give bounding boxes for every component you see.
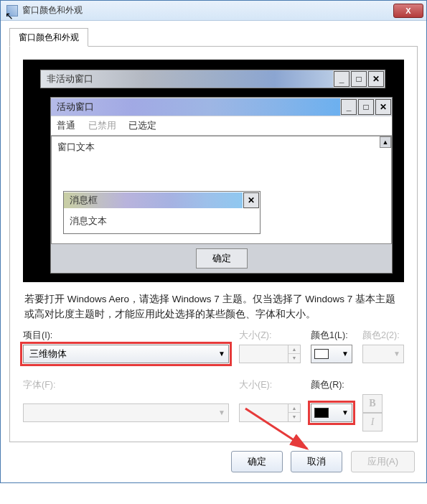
- window-text: 窗口文本: [52, 136, 391, 158]
- item-dropdown[interactable]: 三维物体 ▼: [23, 345, 229, 363]
- cancel-button[interactable]: 取消: [291, 451, 342, 472]
- size2-input: [239, 403, 288, 422]
- chevron-down-icon: ▼: [218, 350, 225, 358]
- inactive-titlebar: 非活动窗口 _ □ ✕: [40, 70, 385, 88]
- colorR-swatch: [314, 408, 329, 418]
- spin-down-icon: ▼: [288, 413, 300, 421]
- preview-area: 非活动窗口 _ □ ✕ 活动窗口 _ □ ✕: [23, 60, 404, 282]
- chevron-down-icon: ▼: [342, 409, 349, 416]
- tab-appearance[interactable]: 窗口颜色和外观: [9, 28, 88, 47]
- menu-bar: 普通 已禁用 已选定: [51, 116, 392, 136]
- notice-text: 若要打开 Windows Aero，请选择 Windows 7 主题。仅当选择了…: [24, 292, 403, 322]
- close-icon: ✕: [368, 71, 384, 87]
- maximize-icon: □: [351, 71, 367, 87]
- titlebar: ↖ 窗口颜色和外观 X: [1, 1, 426, 21]
- msgbox-titlebar: 消息框 ✕: [64, 192, 260, 209]
- format-buttons: B I: [362, 394, 404, 431]
- menu-selected: 已选定: [128, 120, 156, 131]
- dialog-window: ↖ 窗口颜色和外观 X 窗口颜色和外观 非活动窗口 _ □ ✕: [0, 0, 427, 483]
- menu-normal: 普通: [57, 120, 75, 131]
- color1-button[interactable]: ▼: [311, 345, 352, 363]
- chevron-down-icon: ▼: [342, 350, 349, 358]
- inactive-window-preview: 非活动窗口 _ □ ✕: [40, 70, 385, 88]
- italic-button: I: [362, 413, 383, 431]
- label-color1: 颜色1(L):: [311, 330, 352, 342]
- item-value: 三维物体: [29, 347, 67, 360]
- font-dropdown: ▼: [23, 403, 229, 422]
- label-colorR: 颜色(R):: [311, 379, 352, 391]
- active-window-preview: 活动窗口 _ □ ✕ 普通 已禁用 已选定 窗口文本 ▲: [50, 97, 393, 274]
- chevron-down-icon: ▼: [218, 409, 225, 416]
- minimize-icon: _: [341, 99, 357, 115]
- label-font: 字体(F):: [23, 379, 229, 391]
- app-icon: [6, 5, 18, 17]
- dialog-buttons: 确定 取消 应用(A): [9, 451, 418, 472]
- ok-button-preview: 确定: [196, 248, 248, 269]
- spin-up-icon: ▲: [288, 404, 300, 414]
- menu-disabled: 已禁用: [88, 120, 116, 131]
- text-area: 窗口文本 ▲ 消息框 ✕ 消息文本: [51, 136, 392, 244]
- apply-button: 应用(A): [351, 451, 415, 472]
- spin-up-icon: ▲: [288, 345, 300, 355]
- tab-pane: 非活动窗口 _ □ ✕ 活动窗口 _ □ ✕: [9, 47, 418, 442]
- active-titlebar: 活动窗口 _ □ ✕: [51, 98, 392, 116]
- content-area: 窗口颜色和外观 非活动窗口 _ □ ✕ 活动窗口: [1, 21, 426, 482]
- size-input: [239, 345, 288, 363]
- msgbox-body: 消息文本: [64, 209, 260, 233]
- spin-down-icon: ▼: [288, 354, 300, 363]
- label-size: 大小(Z):: [239, 330, 301, 342]
- bold-button: B: [362, 394, 383, 413]
- color2-button: ▼: [362, 345, 404, 363]
- size2-spin-buttons: ▲▼: [288, 403, 301, 422]
- colorR-button[interactable]: ▼: [311, 403, 352, 422]
- window-close-button[interactable]: X: [393, 4, 423, 18]
- msgbox-title: 消息框: [64, 192, 243, 208]
- size-spin-buttons: ▲▼: [288, 345, 301, 363]
- size-spinner: ▲▼: [239, 345, 301, 363]
- active-title-text: 活动窗口: [51, 98, 340, 116]
- chevron-down-icon: ▼: [393, 350, 400, 358]
- label-size2: 大小(E):: [239, 379, 301, 391]
- tab-row: 窗口颜色和外观: [9, 28, 418, 47]
- close-icon: ✕: [243, 192, 259, 208]
- maximize-icon: □: [358, 99, 374, 115]
- message-box-preview: 消息框 ✕ 消息文本: [63, 191, 261, 234]
- inactive-controls: _ □ ✕: [333, 70, 385, 88]
- minimize-icon: _: [334, 71, 349, 87]
- active-controls: _ □ ✕: [340, 98, 392, 116]
- label-item: 项目(I):: [23, 330, 229, 342]
- ok-button[interactable]: 确定: [231, 451, 283, 472]
- button-bar: 确定: [51, 244, 392, 273]
- color1-swatch: [314, 349, 329, 359]
- close-icon: ✕: [375, 99, 391, 115]
- window-title: 窗口颜色和外观: [22, 4, 393, 17]
- size2-spinner: ▲▼: [239, 403, 301, 422]
- scroll-up-icon: ▲: [380, 136, 391, 148]
- inactive-title-text: 非活动窗口: [41, 70, 333, 88]
- controls-grid: 项目(I): 大小(Z): 颜色1(L): 颜色2(2): 三维物体 ▼ ▲▼ …: [23, 330, 404, 431]
- label-color2: 颜色2(2):: [362, 330, 404, 342]
